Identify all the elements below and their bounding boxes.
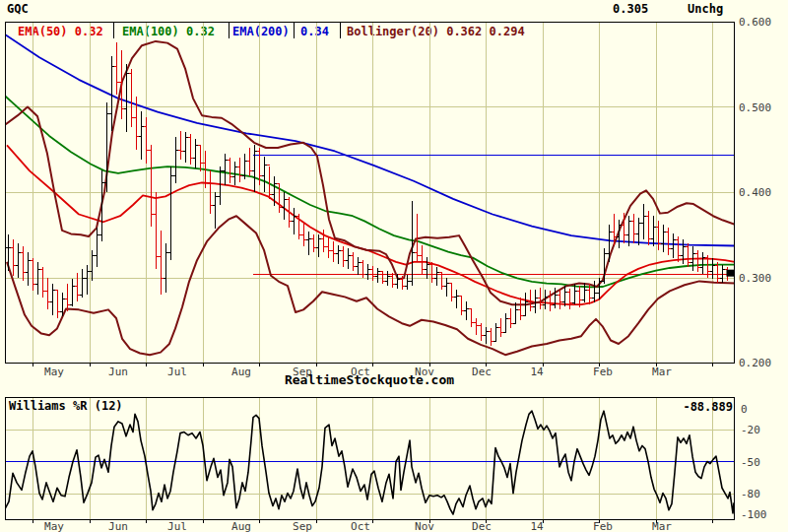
williams-y-tick-label: -50 [741,456,760,469]
ohlc-bar [405,275,411,290]
ohlc-bar [671,233,677,259]
ohlc-bar [700,252,706,274]
williams-y-tick-label: -100 [741,508,767,521]
watermark-realtimestockquote: RealtimeStockquote.com [0,372,739,387]
ohlc-bar [198,145,204,172]
month-label: Nov [415,520,434,532]
ohlc-bar [223,154,229,185]
ohlc-bar [183,132,189,162]
ohlc-bar [311,234,317,251]
ohlc-bar [484,327,490,344]
ohlc-bar [70,279,76,306]
month-label: Jun [108,520,128,532]
ohlc-bar [489,328,494,345]
ohlc-bar [75,273,81,301]
ohlc-bar [651,216,657,246]
ohlc-bar [129,69,135,127]
ohlc-bar [159,231,164,295]
williams-y-tick-label: -20 [741,424,760,436]
ohlc-bar [139,111,145,160]
ohlc-bar [390,273,396,288]
ohlc-bar [99,170,105,241]
main-y-tick-label: 0.500 [739,101,771,114]
ohlc-bar [213,192,219,229]
ohlc-bar [365,264,371,280]
ohlc-bar [469,309,475,327]
ohlc-bar [50,284,56,315]
main-price-chart [5,22,735,367]
ohlc-bar [567,289,573,310]
month-label: 14 [530,520,543,532]
month-label: Jul [167,520,187,532]
ohlc-bar [326,236,332,258]
ohlc-bar [26,252,32,287]
ohlc-bar [331,241,337,262]
ohlc-bar [607,225,613,262]
month-label: May [44,520,64,532]
ohlc-bar [95,228,100,267]
ohlc-bar [459,297,465,315]
symbol-title: GQC [7,2,29,16]
ohlc-bar [636,218,642,245]
williams-y-tick-label: 0 [741,403,748,416]
ohlc-bar [272,176,278,205]
ohlc-bar [518,298,524,319]
ohlc-bar [16,243,22,278]
main-y-tick-label: 0.400 [739,186,771,199]
ohlc-bar [710,258,716,279]
ohlc-bar [85,265,91,295]
ohlc-bar [676,236,682,262]
ohlc-bar [247,148,253,176]
ohlc-bar [252,145,258,192]
ohlc-bar [464,301,470,320]
ohlc-bar [292,208,297,235]
ohlc-bar [21,246,27,281]
ohlc-bar [11,239,17,275]
ohlc-bar [513,302,519,323]
ohlc-bar [346,248,352,269]
month-label: Mar [652,520,672,532]
ohlc-bar [508,308,514,329]
ohlc-bar [434,267,440,286]
ohlc-bar [168,166,174,260]
month-label: Sep [293,520,312,532]
williams-y-tick-label: -80 [741,488,760,500]
month-label: Aug [231,520,251,532]
series-bollinger-lower [7,216,735,355]
change-value: Unchg [688,2,723,16]
williams-r-line [5,411,734,514]
ohlc-bar [479,323,485,340]
ohlc-bar [641,204,647,239]
ohlc-bar [572,284,578,304]
last-price-marker [727,270,735,277]
ohlc-bar [395,274,401,289]
ohlc-bar [449,283,455,301]
ohlc-bar [695,250,701,272]
ohlc-bar [558,290,563,309]
ohlc-bar [154,192,160,269]
ohlc-bar [65,284,71,311]
williams-title: Williams %R (12) [9,399,123,413]
williams-r-chart [5,397,735,523]
ohlc-bar [6,234,12,270]
ohlc-bar [631,214,637,242]
ohlc-bar [262,157,268,192]
williams-current-value: -88.889 [591,400,733,414]
ohlc-bar [31,258,36,291]
ohlc-bar [193,139,199,167]
ohlc-bar [498,318,504,337]
ohlc-bar [40,267,46,298]
ohlc-bar [646,211,652,245]
ohlc-bar [454,290,460,308]
ohlc-bar [351,252,357,271]
main-y-tick-label: 0.600 [739,16,771,29]
main-y-tick-label: 0.300 [739,272,771,285]
ohlc-bar [45,278,51,310]
ohlc-bar [356,257,361,275]
ohlc-bar [474,318,480,335]
williams-border [6,398,735,520]
ohlc-bar [686,243,691,267]
ohlc-bar [380,271,386,285]
ohlc-bar [444,278,450,297]
ohlc-bar [341,246,347,267]
